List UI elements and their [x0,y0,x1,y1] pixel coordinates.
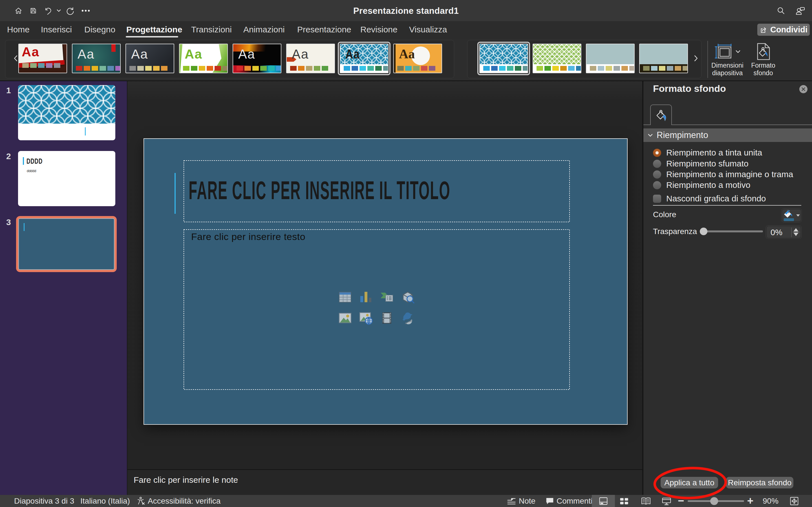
insert-3d-model-icon[interactable] [400,290,416,304]
tab-animazioni[interactable]: Animazioni [243,21,285,39]
radio-icon [653,170,661,179]
tab-revisione[interactable]: Revisione [360,21,398,39]
option-gradient-fill[interactable]: Riempimento sfumato [653,159,749,168]
theme-aa-label: Aa [22,44,40,59]
slide-1-thumbnail[interactable] [18,85,115,140]
thumbnail-integral-blue-pattern[interactable] [480,44,527,73]
search-icon[interactable] [777,6,785,15]
option-hide-background[interactable]: Nascondi grafica di sfondo [653,194,766,203]
gallery-prev-icon[interactable] [14,55,17,61]
option-pattern-fill-label: Riempimento a motivo [666,180,750,190]
tab-inserisci[interactable]: Inserisci [41,21,72,39]
spinner-down-icon[interactable] [794,233,799,236]
slide[interactable]: FARE CLIC PER INSERIRE IL TITOLO Fare cl… [144,139,627,424]
slide-2-thumbnail[interactable]: DDDD ddddd [18,151,115,206]
slide-sorter-view-icon[interactable] [619,497,629,506]
fill-color-icon [783,210,795,221]
zoom-in-button[interactable]: + [747,495,753,507]
accessibility-status[interactable]: Accessibilità: verifica [148,495,220,507]
tab-presentazione[interactable]: Presentazione [297,21,351,39]
tab-home[interactable]: Home [7,21,30,39]
option-gradient-fill-label: Riempimento sfumato [666,159,749,168]
option-picture-fill[interactable]: Riempimento a immagine o trama [653,170,793,179]
slide-3-cursor [24,223,24,231]
slide-size-icon [715,43,733,60]
red-circle-annotation [651,463,730,503]
title-cursor [174,173,175,214]
notes-pane[interactable]: Fare clic per inserire le note [128,469,642,495]
format-background-label-1: Formato [742,62,784,69]
tab-transizioni[interactable]: Transizioni [191,21,232,39]
option-hide-background-label: Nascondi grafica di sfondo [666,194,766,203]
body-placeholder[interactable]: Fare clic per inserire testo [184,229,570,390]
reset-background-button[interactable]: Reimposta sfondo [726,477,794,489]
spinner-up-icon[interactable] [794,228,799,231]
thumbnail-charcoal[interactable]: Aa [126,44,174,73]
panel-divider-line [653,205,801,206]
title-placeholder[interactable]: FARE CLIC PER INSERIRE IL TITOLO [184,160,570,222]
slide-3-thumbnail-selected[interactable] [16,216,117,272]
theme-color-chips [397,66,435,71]
normal-view-icon [599,497,608,506]
radio-icon [653,181,661,189]
insert-picture-icon[interactable] [338,311,353,325]
tab-disegno[interactable]: Disegno [84,21,115,39]
share-icon [760,26,767,34]
insert-smartart-icon[interactable] [379,290,395,304]
transparency-slider-thumb[interactable] [700,228,707,235]
fit-to-window-icon[interactable] [790,496,799,506]
zoom-level[interactable]: 90% [763,495,778,507]
thumbnail-integral-light-blue[interactable] [587,44,634,73]
tab-visualizza[interactable]: Visualizza [409,21,447,39]
theme-color-chips [130,66,167,71]
insert-table-icon[interactable] [338,290,353,304]
fill-tab[interactable] [650,105,672,125]
insert-chart-icon[interactable] [359,290,374,304]
color-picker-button[interactable] [781,209,802,222]
slide-3-surface [18,218,114,270]
thumbnail-badge-amber[interactable]: Aa [394,44,442,73]
notes-icon [507,497,516,505]
option-solid-fill-label: Riempimento a tinta unita [666,148,762,158]
paint-bucket-icon [655,109,667,121]
gallery-next-icon[interactable] [694,55,698,61]
transparency-slider[interactable] [700,230,763,232]
share-button[interactable]: Condividi [757,24,810,36]
theme-aa-label: Aa [131,47,148,62]
insert-stock-images-icon[interactable] [400,311,416,325]
accessibility-icon [136,496,146,506]
slide-1-number: 1 [6,86,11,95]
format-background-label-2: sfondo [742,69,784,77]
theme-decoration [394,44,396,73]
format-background-button[interactable]: Formato sfondo [742,41,784,77]
active-tab-underline [126,36,178,38]
thumbnail-integral-dark-footer[interactable] [640,44,688,73]
normal-view-button[interactable] [592,495,615,507]
people-chat-icon[interactable] [795,6,805,15]
theme-decoration [111,44,116,52]
reading-view-icon[interactable] [641,497,651,506]
fill-section-header[interactable]: Riempimento [644,128,812,142]
option-pattern-fill[interactable]: Riempimento a motivo [653,180,750,190]
title-bar: Presentazione standard1 [0,0,812,21]
thumbnail-ion-black[interactable]: Aa [233,44,281,73]
notes-placeholder: Fare clic per inserire le note [134,475,238,485]
panel-close-button[interactable] [799,85,808,93]
thumbnail-integral-blue[interactable]: Aa [340,44,388,73]
transparency-spinner[interactable]: 0% [766,226,801,238]
insert-video-icon[interactable] [379,311,395,325]
thumbnail-teal-dark[interactable]: Aa [72,44,120,73]
thumbnail-wisp-cream[interactable]: Aa [287,44,335,73]
slide-counter[interactable]: Diapositiva 3 di 3 [14,495,74,507]
comments-toggle[interactable]: Commenti [557,495,593,507]
thumbnail-brick-red[interactable]: Aa [19,44,66,73]
option-solid-fill[interactable]: Riempimento a tinta unita [653,148,762,158]
spinner-divider [791,228,792,237]
slide-thumbnail-panel: 1 2 3 DDDD ddddd [0,81,127,495]
thumbnail-integral-green-pattern[interactable] [533,44,581,73]
thumbnail-facet-green[interactable]: Aa [180,44,227,73]
insert-online-picture-icon[interactable] [359,311,374,325]
slide-2-title-bar [23,157,24,165]
notes-toggle[interactable]: Note [519,495,536,507]
language-indicator[interactable]: Italiano (Italia) [80,495,130,507]
